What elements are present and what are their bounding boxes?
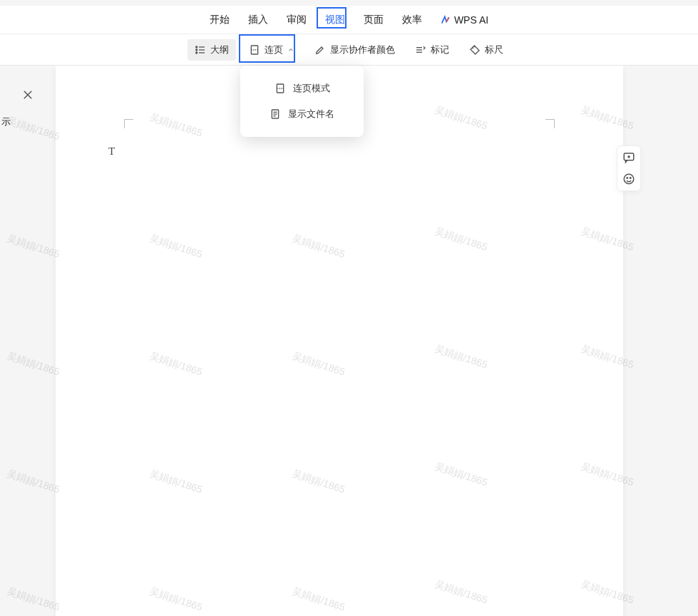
- watermark: 吴娟娟/1865: [579, 343, 635, 372]
- wps-ai-button[interactable]: WPS AI: [433, 10, 496, 30]
- ruler-label: 标尺: [485, 43, 503, 56]
- svg-point-25: [627, 178, 628, 179]
- menu-efficiency[interactable]: 效率: [395, 9, 429, 31]
- smile-icon: [622, 173, 635, 185]
- show-filename-label: 显示文件名: [288, 108, 334, 120]
- menu-start[interactable]: 开始: [202, 9, 237, 31]
- watermark: 吴娟娟/1865: [579, 104, 635, 133]
- svg-point-4: [196, 52, 197, 53]
- watermark: 吴娟娟/1865: [148, 111, 204, 140]
- watermark: 吴娟娟/1865: [148, 232, 204, 262]
- svg-point-2: [196, 49, 197, 51]
- watermark: 吴娟娟/1865: [290, 585, 347, 615]
- watermark: 吴娟娟/1865: [290, 468, 347, 497]
- comment-plus-icon: [622, 151, 635, 164]
- show-filename-option[interactable]: 显示文件名: [249, 103, 355, 125]
- text-cursor-indicator: T: [108, 145, 115, 158]
- watermark: 吴娟娟/1865: [290, 350, 347, 379]
- watermark: 吴娟娟/1865: [290, 232, 347, 262]
- show-collab-colors-label: 显示协作者颜色: [330, 43, 395, 56]
- marks-label: 标记: [431, 43, 449, 56]
- svg-rect-13: [277, 84, 283, 93]
- continuous-mode-label: 连页模式: [293, 82, 330, 95]
- page-split-icon: [274, 83, 286, 94]
- list-icon: [195, 44, 206, 56]
- wps-ai-icon: [441, 15, 451, 25]
- watermark: 吴娟娟/1865: [148, 585, 204, 615]
- menu-bar: 开始 插入 审阅 视图 页面 效率 WPS AI: [0, 6, 698, 34]
- menu-page[interactable]: 页面: [356, 9, 391, 31]
- page-split-icon: [249, 44, 260, 56]
- outline-button[interactable]: 大纲: [188, 39, 236, 61]
- document-page[interactable]: T 吴娟娟/1865 吴娟娟/1865 吴娟娟/1865 吴娟娟/1865 吴娟…: [56, 66, 623, 616]
- svg-line-11: [473, 47, 473, 48]
- svg-point-24: [624, 174, 634, 184]
- margin-corner-tl: [124, 119, 133, 128]
- close-icon[interactable]: [21, 88, 34, 101]
- watermark: 吴娟娟/1865: [433, 578, 489, 607]
- menu-insert[interactable]: 插入: [241, 9, 275, 31]
- watermark: 吴娟娟/1865: [433, 104, 489, 133]
- document-icon: [270, 108, 281, 120]
- continuous-page-button[interactable]: 连页: [242, 39, 302, 61]
- add-comment-button[interactable]: [622, 150, 636, 165]
- watermark: 吴娟娟/1865: [579, 225, 635, 255]
- toolbar: 大纲 连页 显示协作者颜色 标记 标尺: [0, 34, 698, 66]
- highlighter-icon: [314, 44, 326, 56]
- svg-rect-6: [251, 46, 257, 54]
- wps-ai-label: WPS AI: [454, 14, 488, 26]
- margin-corner-tr: [545, 119, 555, 128]
- marks-icon: [415, 44, 426, 56]
- sidebar-left: 示: [0, 66, 43, 616]
- watermark: 吴娟娟/1865: [148, 468, 204, 497]
- watermark: 吴娟娟/1865: [579, 578, 635, 607]
- svg-point-0: [196, 46, 197, 48]
- svg-line-12: [474, 46, 475, 46]
- chevron-up-icon: [287, 46, 294, 53]
- menu-view[interactable]: 视图: [318, 9, 352, 31]
- emoji-button[interactable]: [622, 172, 636, 186]
- marks-button[interactable]: 标记: [408, 39, 456, 61]
- watermark: 吴娟娟/1865: [433, 225, 489, 255]
- watermark: 吴娟娟/1865: [148, 350, 204, 379]
- watermark: 吴娟娟/1865: [433, 343, 489, 372]
- ruler-icon: [469, 44, 481, 56]
- watermark: 吴娟娟/1865: [433, 461, 489, 490]
- continuous-page-label: 连页: [265, 43, 283, 56]
- continuous-mode-option[interactable]: 连页模式: [249, 77, 355, 100]
- show-collab-colors-button[interactable]: 显示协作者颜色: [307, 39, 402, 61]
- menu-review[interactable]: 审阅: [279, 9, 314, 31]
- tab-strip: [0, 0, 698, 6]
- watermark: 吴娟娟/1865: [579, 461, 635, 490]
- document-workspace: 示 T 吴娟娟/1865 吴娟娟/1865 吴娟娟/1865 吴娟娟/1865 …: [0, 66, 698, 616]
- sidebar-text-fragment: 示: [1, 115, 11, 128]
- outline-label: 大纲: [210, 43, 229, 56]
- svg-point-26: [630, 178, 632, 179]
- continuous-page-dropdown: 连页模式 显示文件名: [240, 66, 364, 137]
- ruler-button[interactable]: 标尺: [462, 39, 510, 61]
- floating-toolbar-right: [617, 145, 641, 191]
